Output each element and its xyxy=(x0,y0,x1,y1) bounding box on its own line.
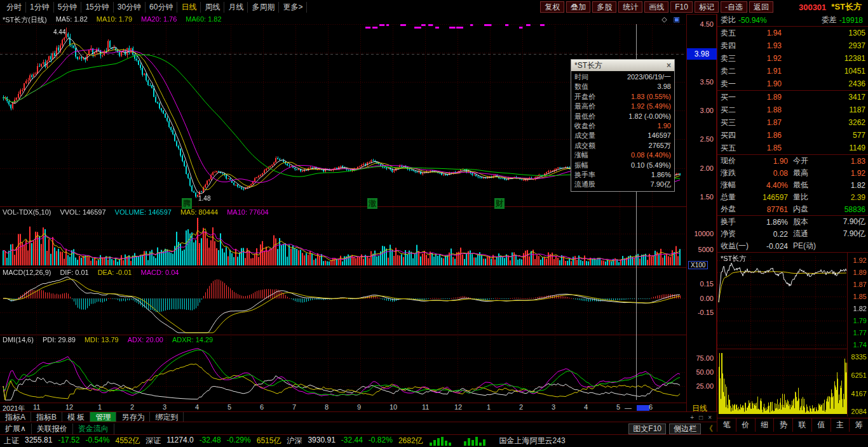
toolbar-button[interactable]: 复权 xyxy=(540,1,564,13)
popup-row-value: 1.86% xyxy=(651,170,671,180)
close-icon[interactable]: × xyxy=(667,61,671,70)
toolbar-button[interactable]: 统计 xyxy=(618,1,642,13)
stat-label: 总量 xyxy=(721,192,749,203)
toolbar-button[interactable]: 叠加 xyxy=(566,1,590,13)
indicator-tab[interactable]: 模 板 xyxy=(62,412,90,422)
ma5-legend: MA5: 1.82 xyxy=(56,15,88,25)
toolbar-button[interactable]: F10 xyxy=(670,1,693,13)
quote-level-row[interactable]: 卖二1.9110451 xyxy=(717,65,868,77)
quote-level-row[interactable]: 买三1.873262 xyxy=(717,116,868,129)
indicator-tab[interactable]: 另存为 xyxy=(116,412,150,422)
ma60-legend: MA60: 1.82 xyxy=(186,15,221,25)
adx-legend: ADX: 20.00 xyxy=(128,336,163,344)
popup-row-label: 振幅 xyxy=(574,161,588,170)
extension-tab[interactable]: 关联报价 xyxy=(32,424,73,434)
menu-item[interactable]: 60分钟 xyxy=(146,2,177,13)
y-axis-label: 4.50 xyxy=(688,20,714,28)
intraday-chart-canvas[interactable] xyxy=(717,253,868,417)
side-tab[interactable]: 价 xyxy=(736,418,756,432)
quote-stats-extra: 换手1.86%股本7.90亿净资0.22流通7.90亿收益(一)-0.024PE… xyxy=(717,216,868,253)
quote-level-row[interactable]: 卖一1.902436 xyxy=(717,77,868,90)
pane-control-icon[interactable]: × xyxy=(705,414,714,421)
popup-row-label: 流通股 xyxy=(574,180,595,189)
buy-levels: 买一1.893417买二1.881187买三1.873262买四1.86577买… xyxy=(717,91,868,155)
scrollbar-thumb[interactable] xyxy=(637,405,649,411)
y-axis-label: 3.00 xyxy=(688,107,714,114)
stat-label: 最高 xyxy=(793,168,827,178)
side-tab[interactable]: 联 xyxy=(793,418,812,432)
graphic-f10-button[interactable]: 图文F10 xyxy=(628,424,666,434)
menu-item[interactable]: 多周期 xyxy=(248,2,279,13)
collapse-chevron-icon[interactable]: 《 xyxy=(705,424,713,434)
quote-level-row[interactable]: 卖三1.9212381 xyxy=(717,52,868,65)
stock-identity: 300301 *ST长方 xyxy=(773,1,868,13)
side-tab[interactable]: 筹 xyxy=(850,418,868,432)
status-bar: 上证3255.81-17.52-0.54%4552亿深证11274.0-32.4… xyxy=(0,434,868,447)
extension-tab[interactable]: 扩展∧ xyxy=(0,424,32,434)
popup-row-label: 开盘价 xyxy=(574,92,595,102)
indicator-tab[interactable]: 指标A xyxy=(0,412,31,422)
y-axis-label: 10000 xyxy=(688,230,714,237)
menu-item[interactable]: 月线 xyxy=(224,2,248,13)
toolbar-button[interactable]: 标记 xyxy=(695,1,719,13)
menu-item[interactable]: 周线 xyxy=(201,2,224,13)
menu-item[interactable]: 1分钟 xyxy=(26,2,54,13)
popup-row: 换手率1.86% xyxy=(571,170,674,180)
level-volume: 10451 xyxy=(782,67,865,76)
quote-level-row[interactable]: 买五1.851149 xyxy=(717,142,868,154)
popup-title-bar[interactable]: *ST长方 × xyxy=(571,60,674,71)
side-tab[interactable]: 细 xyxy=(756,418,775,432)
diamond-icon[interactable]: ◇ xyxy=(661,15,667,23)
menu-item[interactable]: 分时 xyxy=(3,2,26,13)
tdx-app-window: 分时1分钟5分钟15分钟30分钟60分钟日线周线月线多周期更多> 复权叠加多股统… xyxy=(0,0,868,447)
sidebar-button[interactable]: 侧边栏 xyxy=(669,424,701,434)
level-label: 买四 xyxy=(721,130,743,141)
mini-volume-label: 4167 xyxy=(846,390,867,397)
side-tab[interactable]: 势 xyxy=(774,418,793,432)
menu-item[interactable]: 更多> xyxy=(279,2,307,13)
popup-row: 收盘价1.90 xyxy=(571,121,674,131)
indicator-tab[interactable]: 指标B xyxy=(31,412,62,422)
stat-row: 外盘87761内盘58836 xyxy=(717,203,868,215)
panel-toggle-icon[interactable]: ▣ xyxy=(674,15,680,23)
menu-item[interactable]: 日线 xyxy=(177,2,201,13)
indicator-tab[interactable]: 绑定到 xyxy=(150,412,184,422)
weicha-value: -19918 xyxy=(839,16,863,25)
side-tab[interactable]: 主 xyxy=(831,418,850,432)
indicator-tab[interactable]: 管理 xyxy=(90,412,116,422)
popup-row: 流通股7.90亿 xyxy=(571,180,674,189)
toolbar-button[interactable]: 多股 xyxy=(592,1,616,13)
extension-tab[interactable]: 资金流向 xyxy=(73,424,114,434)
menu-item[interactable]: 5分钟 xyxy=(54,2,82,13)
popup-row: 成交量146597 xyxy=(571,131,674,140)
index-quote-segment: 6515亿 xyxy=(257,436,281,446)
side-tab[interactable]: 笔 xyxy=(717,418,736,432)
macd-legend: MACD: 0.04 xyxy=(140,269,179,276)
toolbar-button[interactable]: 画线 xyxy=(644,1,668,13)
toolbar-button[interactable]: 返回 xyxy=(749,1,773,13)
quote-level-row[interactable]: 买四1.86577 xyxy=(717,129,868,142)
level-label: 卖五 xyxy=(721,28,743,39)
pane-control-icon[interactable]: □ xyxy=(696,414,705,421)
level-price: 1.90 xyxy=(743,79,782,88)
mini-price-label: 1.82 xyxy=(846,305,867,312)
popup-row-label: 时间 xyxy=(574,72,588,82)
quote-level-row[interactable]: 卖四1.932937 xyxy=(717,39,868,52)
side-tab[interactable]: 值 xyxy=(812,418,831,432)
quote-level-row[interactable]: 买一1.893417 xyxy=(717,91,868,103)
menu-item[interactable]: 30分钟 xyxy=(114,2,146,13)
extension-row: 扩展∧关联报价资金流向 图文F10 侧边栏 《 xyxy=(0,422,717,435)
x-axis-row: 2021年 — xyxy=(0,403,686,412)
indicator-tab-row: 指标A指标B模 板管理另存为绑定到 +□× xyxy=(0,411,717,422)
index-quote-segment: 沪深 xyxy=(287,436,302,446)
pane-control-icon[interactable]: + xyxy=(688,414,696,421)
stat-value: 0.08 xyxy=(749,169,788,178)
cursor-price-tag: 3.98 xyxy=(687,48,717,60)
stat-row: 现价1.90今开1.83 xyxy=(717,155,868,167)
level-volume: 1149 xyxy=(782,143,865,152)
quote-level-row[interactable]: 卖五1.941305 xyxy=(717,27,868,39)
quote-level-row[interactable]: 买二1.881187 xyxy=(717,103,868,116)
ma10-legend: MA10: 1.79 xyxy=(97,15,132,25)
toolbar-button[interactable]: -自选 xyxy=(721,1,747,13)
menu-item[interactable]: 15分钟 xyxy=(81,2,113,13)
